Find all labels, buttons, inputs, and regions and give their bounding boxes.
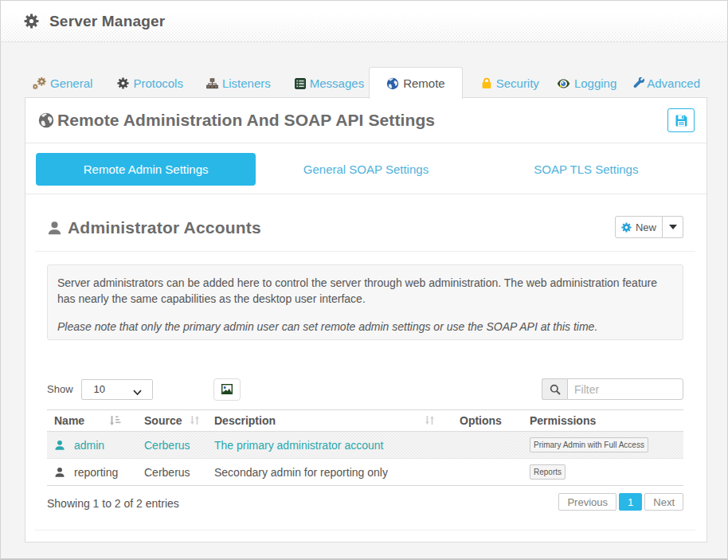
tab-listeners[interactable]: Listeners [196,67,281,99]
tab-label: Advanced [647,76,700,90]
info-box: Server administrators can be added here … [47,264,683,340]
tab-logging[interactable]: Logging [546,67,627,99]
sort-icon [425,415,435,428]
admin-name-link[interactable]: admin [74,439,104,452]
remote-settings-panel: Remote Administration And SOAP API Setti… [25,98,707,542]
app-title: Server Manager [49,13,165,30]
user-icon [47,221,62,236]
column-header-source[interactable]: Source [137,410,207,432]
user-icon [54,467,65,478]
caret-down-icon [669,225,677,229]
pagination: Previous 1 Next [556,493,683,511]
description-link[interactable]: The primary administrator account [214,439,383,452]
source-cell: Cerberus [144,466,190,479]
permissions-badge[interactable]: Primary Admin with Full Access [530,437,648,452]
page-1-button[interactable]: 1 [619,493,642,511]
admin-name: reporting [74,466,118,479]
main-tabs: General Protocols Listeners Messages [25,42,707,98]
gear-icon [24,14,39,29]
panel-header: Remote Administration And SOAP API Setti… [25,98,706,143]
administrator-accounts-section: Administrator Accounts New [25,216,706,542]
entries-summary: Showing 1 to 2 of 2 entries [47,493,179,510]
page-title: Remote Administration And SOAP API Setti… [57,111,435,130]
eye-icon [557,78,570,89]
tab-security[interactable]: Security [471,67,550,99]
filter-group [542,378,683,400]
sort-amount-icon [110,415,121,429]
subtab-general-soap-settings[interactable]: General SOAP Settings [256,153,476,186]
globe-icon [38,112,54,128]
show-label: Show [47,383,73,395]
save-icon [675,115,687,127]
column-header-options[interactable]: Options [452,410,523,432]
info-text: Server administrators can be added here … [57,275,673,307]
tab-messages[interactable]: Messages [284,67,374,99]
image-icon [221,384,233,394]
column-header-name[interactable]: Name [47,410,137,432]
permissions-badge[interactable]: Reports [530,464,566,480]
table-footer: Showing 1 to 2 of 2 entries Previous 1 N… [47,493,683,511]
list-icon [295,78,306,89]
tab-label: General [50,76,92,90]
new-dropdown-button[interactable] [663,216,683,238]
save-button[interactable] [667,108,695,132]
source-link[interactable]: Cerberus [144,439,190,452]
options-cell [452,459,523,486]
image-button[interactable] [213,378,241,401]
new-button[interactable]: New [615,216,663,238]
user-icon [54,440,65,451]
sitemap-icon [206,78,218,89]
column-header-description[interactable]: Description [207,410,452,432]
tab-general[interactable]: General [25,67,103,99]
description-cell: Secondary admin for reporting only [214,466,388,479]
tab-label: Remote [403,76,445,90]
lock-icon [481,77,492,89]
globe-icon [386,77,399,90]
table-row-reporting: reporting Cerberus Secondary admin for r… [47,459,683,486]
tab-advanced[interactable]: Advanced [623,67,710,99]
divider [35,530,695,531]
next-page-button[interactable]: Next [644,493,683,511]
page-size-select[interactable]: 10 [81,379,153,400]
tab-label: Security [496,76,539,90]
search-icon-addon [542,378,567,400]
tab-label: Protocols [133,76,183,90]
administrators-table: Name Source [47,409,683,486]
subtab-remote-admin-settings[interactable]: Remote Admin Settings [36,153,256,186]
tab-label: Logging [574,76,616,90]
section-title: Administrator Accounts [68,218,261,237]
tab-label: Messages [310,76,364,90]
tab-protocols[interactable]: Protocols [107,67,194,99]
sort-icon [190,415,200,428]
gear-icon [117,77,129,89]
subtab-soap-tls-settings[interactable]: SOAP TLS Settings [476,153,696,186]
new-button-label: New [636,221,656,233]
new-button-group: New [615,216,683,238]
wrench-icon [633,77,645,89]
info-note: Please note that only the primary admin … [57,319,673,335]
settings-subtabs: Remote Admin Settings General SOAP Setti… [25,143,706,194]
table-controls: Show 10 [47,378,683,400]
options-cell [452,432,523,459]
tab-label: Listeners [222,76,271,90]
column-header-permissions[interactable]: Permissions [523,410,683,432]
tab-remote[interactable]: Remote [369,67,463,99]
divider [35,251,695,252]
previous-page-button[interactable]: Previous [558,493,616,511]
gears-icon [33,77,46,90]
page-size-select-wrap: 10 [81,379,153,400]
server-manager-window: Server Manager General Protocols Listene… [0,0,728,560]
gear-icon [621,222,632,233]
table-row-admin: admin Cerberus The primary administrator… [47,432,683,459]
top-bar: Server Manager [1,1,727,42]
filter-input[interactable] [567,378,683,400]
